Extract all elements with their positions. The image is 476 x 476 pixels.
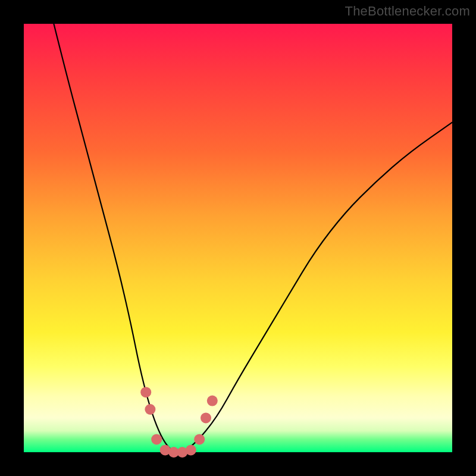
highlight-dot bbox=[186, 444, 196, 455]
highlight-dot bbox=[201, 412, 211, 423]
curve-layer bbox=[24, 24, 452, 452]
highlight-dot bbox=[140, 387, 151, 397]
highlight-dot bbox=[207, 396, 218, 406]
highlight-dot bbox=[145, 404, 155, 415]
plot-area bbox=[24, 24, 452, 452]
bottleneck-curve bbox=[54, 24, 452, 452]
highlight-dot bbox=[194, 434, 205, 444]
highlight-dot bbox=[151, 434, 162, 444]
watermark-text: TheBottlenecker.com bbox=[345, 4, 470, 19]
highlight-dots bbox=[140, 387, 218, 458]
chart-frame: TheBottlenecker.com bbox=[0, 0, 476, 476]
